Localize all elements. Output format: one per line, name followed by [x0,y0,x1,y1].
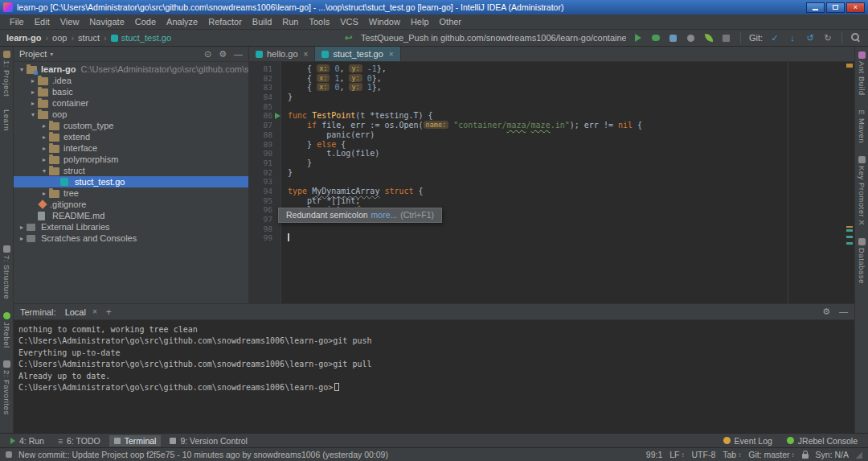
revert-button[interactable]: ↺ [805,31,816,44]
code-line-85[interactable]: 85 [249,102,845,112]
code-line-94[interactable]: 94type MyDynamicArray struct { [249,187,845,196]
code-line-95[interactable]: 95 ptr *[]int; [249,196,845,206]
tree-toggle-arrow[interactable]: ▸ [39,122,49,130]
menu-item-file[interactable]: File [5,16,29,27]
tool-button-maven[interactable]: mMaven [858,109,866,143]
code-line-82[interactable]: 82 { x: 1, y: 0}, [249,74,845,84]
terminal-settings-button[interactable]: ⚙ [822,307,830,317]
project-panel-title[interactable]: Project [19,49,47,59]
tree-item-idea[interactable]: ▸.idea [14,75,248,86]
update-project-button[interactable]: ↓ [787,31,798,44]
code-line-87[interactable]: 87 if file, err := os.Open(name: "contai… [249,121,845,130]
tree-item-interface[interactable]: ▸interface [14,142,248,154]
menu-item-navigate[interactable]: Navigate [84,16,129,27]
tree-toggle-arrow[interactable]: ▸ [28,77,38,84]
code-line-92[interactable]: 92} [249,168,845,178]
breadcrumb-item-learn-go[interactable]: learn-go [6,33,41,43]
tree-item-external-libraries[interactable]: ▸External Libraries [14,221,248,233]
chevron-down-icon[interactable]: ▾ [50,51,53,58]
tree-item-oop[interactable]: ▾oop [14,109,248,120]
menu-item-window[interactable]: Window [364,16,405,27]
tree-toggle-arrow[interactable]: ▸ [39,134,49,141]
code-line-89[interactable]: 89 } else { [249,140,845,150]
add-terminal-tab-button[interactable]: + [106,307,112,318]
status-tab[interactable]: Tab↕ [723,450,741,459]
status-message[interactable]: New commit:: Update Project oop f2f5e75 … [18,450,640,459]
tree-item-basic[interactable]: ▸basic [14,86,248,97]
tool-button-key-promoter-x[interactable]: Key Promoter X [858,156,866,225]
tool-button-ant-build[interactable]: Ant Build [858,51,866,96]
code-editor[interactable]: 81 { x: 0, y: -1},82 { x: 1, y: 0},83 { … [249,62,854,303]
locate-file-button[interactable]: ⊙ [204,49,211,60]
code-line-90[interactable]: 90 t.Log(file) [249,149,845,158]
status-utf-8[interactable]: UTF-8 [692,450,716,459]
tool-window-button-event-log[interactable]: Event Log [719,435,777,447]
menu-item-edit[interactable]: Edit [30,16,55,27]
tree-toggle-arrow[interactable]: ▸ [39,145,49,152]
menu-item-help[interactable]: Help [406,16,434,27]
menu-item-run[interactable]: Run [277,16,303,27]
code-line-91[interactable]: 91 } [249,158,845,168]
search-everywhere-button[interactable] [850,31,862,44]
close-tab-icon[interactable]: × [92,307,97,316]
tree-item-container[interactable]: ▸container [14,97,248,109]
tree-toggle-arrow[interactable]: ▸ [39,156,49,163]
run-config-selector[interactable]: TestQueue_Push in github.com/snowdreams1… [361,33,626,43]
tree-item-tree[interactable]: ▸tree [14,187,248,199]
tool-button-2-favorites[interactable]: 2: Favorites [2,360,11,415]
minimize-button[interactable] [806,2,825,13]
breadcrumb-item-struct[interactable]: struct [78,33,100,43]
tool-button-database[interactable]: Database [858,238,866,284]
code-line-86[interactable]: 86func TestPoint(t *testing.T) { [249,111,845,121]
status-lf[interactable]: LF↕ [669,450,684,459]
caret-marker[interactable] [846,226,853,228]
tree-item-custom-type[interactable]: ▸custom_type [14,120,248,131]
tree-item-stuct-test-go[interactable]: stuct_test.go [14,176,248,187]
menu-item-analyze[interactable]: Analyze [162,16,203,27]
coverage-button[interactable] [668,31,679,44]
profiler-button[interactable] [686,31,697,44]
tool-button-1-project[interactable]: 1: Project [2,51,11,97]
code-line-88[interactable]: 88 panic(err) [249,130,845,140]
code-line-99[interactable]: 99 [249,233,845,243]
tree-item-learn-go[interactable]: ▾learn-goC:\Users\Administrator\go\src\g… [14,64,248,75]
close-tab-icon[interactable]: × [304,50,309,59]
tree-item-extend[interactable]: ▸extend [14,131,248,142]
menu-item-build[interactable]: Build [248,16,276,27]
tree-toggle-arrow[interactable]: ▾ [17,66,27,73]
menu-item-code[interactable]: Code [130,16,161,27]
terminal-body[interactable]: nothing to commit, working tree cleanC:\… [14,320,854,433]
tool-window-button-terminal[interactable]: Terminal [109,435,162,447]
tree-item-readme-md[interactable]: README.md [14,210,248,221]
menu-item-vcs[interactable]: VCS [335,16,363,27]
status-99-1[interactable]: 99:1 [646,450,662,459]
code-line-98[interactable]: 98 [249,224,845,234]
tree-item-gitignore[interactable]: .gitignore [14,199,248,210]
stop-button[interactable] [721,31,732,44]
toolwindow-toggle-icon[interactable] [6,451,12,458]
close-button[interactable]: × [846,2,865,13]
breadcrumb-item-oop[interactable]: oop [52,33,67,43]
status-git-master[interactable]: Git: master↕ [748,450,794,459]
code-line-83[interactable]: 83 { x: 0, y: 1}, [249,83,845,93]
tree-item-scratches-and-consoles[interactable]: ▸Scratches and Consoles [14,233,248,244]
tree-toggle-arrow[interactable]: ▾ [39,167,49,175]
tool-window-button-6-todo[interactable]: ≡6: TODO [53,435,105,447]
tree-toggle-arrow[interactable]: ▸ [28,100,38,107]
menu-item-other[interactable]: Other [435,16,467,27]
tool-window-button-9-version-control[interactable]: 9: Version Control [165,435,252,447]
jrebel-run-button[interactable] [703,31,714,44]
tree-item-polymorphism[interactable]: ▸polymorphism [14,154,248,165]
info-marker[interactable] [846,236,853,238]
back-arrow-button[interactable]: ↩ [343,31,354,44]
code-line-93[interactable]: 93 [249,177,845,187]
terminal-minimize-button[interactable]: — [839,307,848,317]
editor-tab-hello-go[interactable]: hello.go× [249,47,315,61]
warning-marker[interactable] [846,64,853,68]
tree-toggle-arrow[interactable]: ▸ [17,224,27,231]
tree-toggle-arrow[interactable]: ▸ [39,190,49,197]
settings-gear-button[interactable]: ⚙ [219,49,227,60]
menu-item-refactor[interactable]: Refactor [203,16,247,27]
debug-button[interactable] [650,31,661,44]
tool-button-learn[interactable]: Learn [2,109,11,131]
